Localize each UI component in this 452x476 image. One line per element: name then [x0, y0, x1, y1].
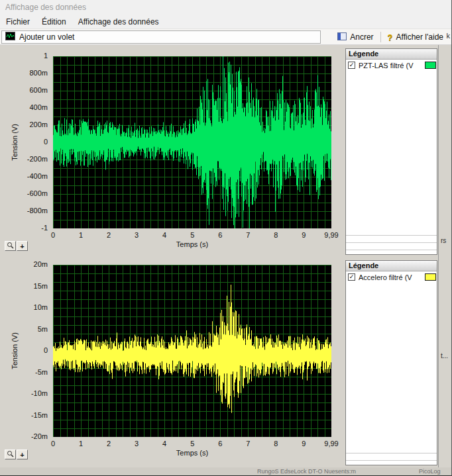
- toolbar: Ajouter un volet Ancrer ? Afficher l'aid…: [0, 29, 451, 45]
- legend-grid-line: [346, 460, 437, 461]
- legend-checkbox[interactable]: ✓: [348, 273, 355, 281]
- zoom-tool-button[interactable]: [5, 241, 16, 251]
- clipped-text-fragment: k: [447, 32, 451, 40]
- status-text-right: PicoLog: [419, 467, 441, 476]
- x-axis-labels: 01234567899,99: [53, 231, 331, 240]
- legend-checkbox[interactable]: ✓: [348, 62, 355, 69]
- y-tick-label: -800m: [0, 207, 48, 214]
- dock-label: Ancrer: [350, 32, 373, 42]
- waveform-plot-pzt[interactable]: [53, 56, 331, 228]
- x-tick-label: 0: [40, 440, 66, 448]
- window-title: Affichage des données: [5, 3, 86, 12]
- x-axis-title: Temps (s): [53, 449, 331, 457]
- zoom-in-button[interactable]: +: [17, 450, 28, 459]
- toolbar-right-group: Ancrer ? Afficher l'aide: [332, 30, 449, 44]
- titlebar: Affichage des données: [0, 0, 451, 15]
- y-tick-label: 400m: [0, 103, 48, 111]
- menubar: Fichier Édition Affichage des données: [0, 15, 451, 29]
- x-tick-label: 6: [207, 440, 233, 448]
- x-tick-label: 4: [151, 231, 178, 239]
- x-tick-label: 8: [262, 440, 289, 448]
- plus-icon: +: [20, 242, 24, 250]
- help-icon: ?: [388, 32, 393, 42]
- app-window: Affichage des données Fichier Édition Af…: [0, 0, 452, 476]
- legend-grid-line: [346, 242, 437, 243]
- legend-header: Légende: [346, 49, 437, 60]
- x-tick-label: 7: [235, 440, 261, 448]
- add-pane-label: Ajouter un volet: [19, 32, 74, 42]
- y-tick-label: -10m: [0, 389, 48, 397]
- y-tick-label: -400m: [0, 172, 48, 180]
- zoom-tool-button[interactable]: [5, 450, 16, 459]
- menu-fichier[interactable]: Fichier: [0, 15, 36, 29]
- legend-color-swatch: [425, 62, 436, 69]
- y-tick-label: 10m: [0, 303, 48, 311]
- y-tick-label: 0: [0, 346, 48, 354]
- x-tick-label: 1: [68, 440, 94, 448]
- dock-icon: [337, 32, 347, 42]
- y-tick-label: -15m: [0, 411, 48, 419]
- y-axis-labels: 1800m600m400m200m0-200m-400m-600m-800m-1: [0, 56, 50, 228]
- legend-panel-pzt: Légende ✓ PZT-LAS filtré (V: [345, 48, 437, 255]
- dock-button[interactable]: Ancrer: [332, 30, 378, 44]
- menu-affichage-des-donnees[interactable]: Affichage des données: [72, 15, 165, 29]
- clipped-text-fragment: rs: [441, 237, 446, 244]
- y-tick-label: 600m: [0, 86, 48, 94]
- legend-item-label: Accelero filtré (V: [359, 273, 425, 281]
- help-label: Afficher l'aide: [396, 32, 443, 42]
- zoom-in-button[interactable]: +: [17, 241, 28, 251]
- legend-grid-line: [346, 453, 437, 453]
- help-button[interactable]: ? Afficher l'aide: [382, 30, 449, 44]
- x-tick-label: 4: [151, 440, 178, 448]
- x-tick-label: 9,99: [318, 231, 345, 239]
- chart-panel-pzt: Tension (V) 1800m600m400m200m0-200m-400m…: [0, 48, 343, 253]
- x-tick-label: 1: [68, 231, 94, 239]
- chart-panel-accelero: Tension (V) 20m15m10m5m0-5m-10m-15m-20m …: [0, 256, 343, 461]
- x-tick-label: 7: [235, 231, 261, 239]
- y-tick-label: 800m: [0, 69, 48, 77]
- legend-grid-line: [346, 235, 437, 236]
- legend-item-label: PZT-LAS filtré (V: [359, 62, 425, 70]
- x-tick-label: 2: [95, 440, 122, 448]
- x-tick-label: 3: [123, 440, 150, 448]
- legend-grid-line: [346, 250, 437, 250]
- right-clipped-column: rs t...: [438, 45, 452, 467]
- y-tick-label: 5m: [0, 325, 48, 333]
- x-tick-label: 9,99: [318, 440, 345, 448]
- x-tick-label: 5: [179, 440, 205, 448]
- x-tick-label: 9: [290, 231, 317, 239]
- toolbar-separator: [380, 32, 381, 42]
- x-axis-labels: 01234567899,99: [53, 440, 331, 448]
- legend-color-swatch: [425, 273, 436, 281]
- magnifier-icon: [7, 242, 14, 250]
- status-text-left: RungoS EdseLock DT-O Nuesents:m: [257, 467, 356, 476]
- x-tick-label: 3: [123, 231, 150, 239]
- x-tick-label: 8: [262, 231, 289, 239]
- legend-panel-accelero: Légende ✓ Accelero filtré (V: [345, 260, 437, 465]
- y-tick-label: -600m: [0, 189, 48, 197]
- status-strip: RungoS EdseLock DT-O Nuesents:m PicoLog: [0, 467, 451, 476]
- magnifier-icon: [7, 450, 14, 459]
- y-tick-label: -200m: [0, 155, 48, 163]
- y-axis-labels: 20m15m10m5m0-5m-10m-15m-20m: [0, 265, 50, 437]
- menu-edition[interactable]: Édition: [36, 15, 72, 29]
- y-tick-label: 1: [0, 52, 48, 60]
- x-tick-label: 5: [179, 231, 205, 239]
- x-tick-label: 9: [290, 440, 317, 448]
- waveform-plot-accelero[interactable]: [53, 265, 331, 437]
- add-pane-button[interactable]: Ajouter un volet: [1, 30, 321, 44]
- legend-item-pzt: ✓ PZT-LAS filtré (V: [346, 60, 437, 71]
- x-tick-label: 2: [95, 231, 122, 239]
- x-tick-label: 0: [40, 231, 66, 239]
- y-tick-label: 0: [0, 138, 48, 146]
- plus-icon: +: [20, 451, 24, 459]
- legend-item-accelero: ✓ Accelero filtré (V: [346, 271, 437, 283]
- x-axis-title: Temps (s): [53, 240, 331, 248]
- y-tick-label: 200m: [0, 120, 48, 128]
- y-tick-label: -5m: [0, 368, 48, 376]
- legend-header: Légende: [346, 261, 437, 271]
- y-tick-label: 15m: [0, 282, 48, 290]
- add-pane-icon: [5, 32, 15, 42]
- clipped-text-fragment: t...: [441, 352, 448, 359]
- y-tick-label: 20m: [0, 260, 48, 268]
